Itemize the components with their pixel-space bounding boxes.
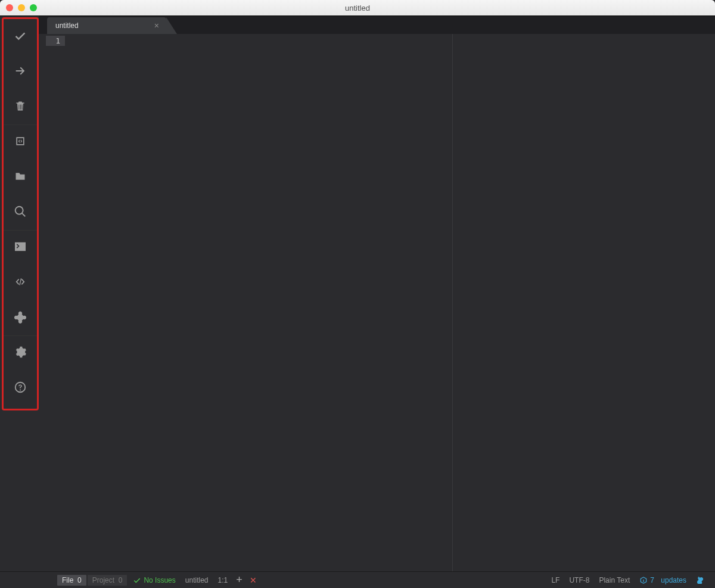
tab-close-button[interactable]: ×	[153, 21, 160, 30]
window-controls	[6, 4, 37, 11]
sidebar-help[interactable]	[4, 371, 37, 406]
terminal-icon	[14, 241, 27, 254]
status-line-ending[interactable]: LF	[546, 576, 564, 584]
sidebar-run[interactable]	[4, 54, 37, 89]
titlebar: untitled	[0, 0, 715, 15]
sidebar	[2, 17, 39, 410]
tabbar: untitled ×	[39, 16, 715, 34]
statusbar: File 0 Project 0 No Issues untitled 1:1 …	[0, 571, 715, 588]
status-issues[interactable]: No Issues	[128, 576, 180, 584]
status-encoding[interactable]: UTF-8	[564, 576, 594, 584]
status-syntax[interactable]: Plain Text	[594, 576, 635, 584]
status-add-button[interactable]: +	[232, 574, 246, 586]
editor-pane-left[interactable]	[65, 34, 452, 571]
window-title: untitled	[345, 4, 370, 13]
package-icon	[639, 576, 648, 584]
status-komodo-button[interactable]	[691, 575, 710, 585]
gutter: 1	[39, 34, 65, 571]
squirrel-icon	[696, 575, 705, 585]
status-file-scope[interactable]: File 0	[57, 575, 86, 586]
help-icon	[14, 381, 27, 396]
check-icon	[14, 29, 27, 45]
line-number: 1	[46, 36, 65, 46]
arrow-right-icon	[14, 64, 27, 80]
search-icon	[14, 205, 27, 220]
sidebar-search[interactable]	[4, 195, 37, 230]
sidebar-plugin[interactable]	[4, 300, 37, 335]
plugin-icon	[14, 310, 27, 326]
editor-panes	[65, 34, 715, 571]
window-minimize-button[interactable]	[18, 4, 25, 11]
status-cursor[interactable]: 1:1	[213, 576, 232, 584]
sidebar-code-box[interactable]	[4, 125, 37, 160]
sidebar-trash[interactable]	[4, 89, 37, 125]
gear-icon	[14, 346, 27, 361]
tab-title: untitled	[55, 21, 79, 30]
status-project-scope[interactable]: Project 0	[88, 575, 128, 586]
sidebar-folder[interactable]	[4, 160, 37, 195]
main-area: untitled × 1	[39, 16, 715, 571]
window-close-button[interactable]	[6, 4, 13, 11]
check-icon	[133, 576, 141, 584]
trash-icon	[14, 99, 26, 115]
sidebar-settings[interactable]	[4, 335, 37, 371]
editor[interactable]: 1	[39, 34, 715, 571]
status-filename[interactable]: untitled	[181, 576, 213, 584]
sidebar-code[interactable]	[4, 265, 37, 300]
code-brackets-icon	[13, 276, 27, 290]
body-area: untitled × 1	[0, 15, 715, 571]
sidebar-terminal[interactable]	[4, 230, 37, 265]
tab-untitled[interactable]: untitled ×	[47, 17, 166, 34]
status-updates[interactable]: 7 updates	[635, 576, 691, 584]
editor-pane-right[interactable]	[452, 34, 715, 571]
code-box-icon	[14, 135, 26, 150]
status-close-button[interactable]: ✕	[246, 575, 260, 585]
window-maximize-button[interactable]	[30, 4, 37, 11]
folder-icon	[14, 170, 27, 185]
sidebar-check[interactable]	[4, 19, 37, 54]
